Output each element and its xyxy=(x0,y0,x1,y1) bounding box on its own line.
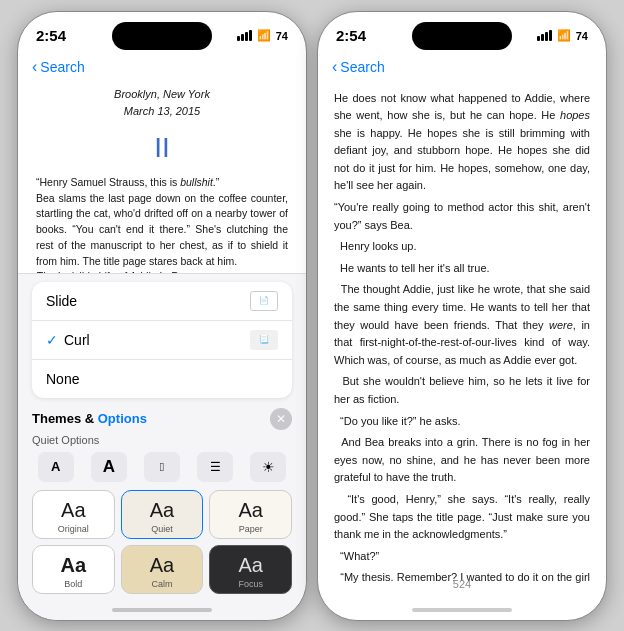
right-para-10: “What?” xyxy=(334,548,590,566)
theme-bold[interactable]: Aa Bold xyxy=(32,545,115,594)
theme-original-aa: Aa xyxy=(61,499,85,522)
font-decrease-button[interactable]: A xyxy=(38,452,74,482)
curl-icon: 📃 xyxy=(250,330,278,350)
close-button[interactable]: ✕ xyxy=(270,408,292,430)
nav-bar-right: ‹ Search xyxy=(318,56,606,80)
curl-label: Curl xyxy=(64,332,90,348)
book-content-right: He does not know what happened to Addie,… xyxy=(318,80,606,588)
time-left: 2:54 xyxy=(36,27,66,44)
theme-quiet-label: Quiet xyxy=(151,524,173,534)
chevron-left-icon: ‹ xyxy=(32,58,37,76)
back-button-left[interactable]: ‹ Search xyxy=(32,58,85,76)
font-style-button[interactable]: 󰀀 xyxy=(144,452,180,482)
theme-original[interactable]: Aa Original xyxy=(32,490,115,539)
checkmark-icon: ✓ xyxy=(46,332,58,348)
home-indicator-left xyxy=(112,608,212,612)
theme-focus-aa: Aa xyxy=(238,554,262,577)
left-phone: 2:54 📶 74 ‹ Search Bro xyxy=(17,11,307,621)
dynamic-island xyxy=(112,22,212,50)
battery-right: 74 xyxy=(576,30,588,42)
nav-bar-left: ‹ Search xyxy=(18,56,306,80)
right-para-9: “It's good, Henry,” she says. “It's real… xyxy=(334,491,590,544)
status-icons-right: 📶 74 xyxy=(537,29,588,42)
theme-paper-label: Paper xyxy=(239,524,263,534)
right-para-8: And Bea breaks into a grin. There is no … xyxy=(334,434,590,487)
slide-option-slide[interactable]: Slide 📄 xyxy=(32,282,292,321)
right-para-3: Henry looks up. xyxy=(334,238,590,256)
wifi-icon-right: 📶 xyxy=(557,29,571,42)
theme-bold-aa: Aa xyxy=(61,554,87,577)
themes-title: Themes & Options xyxy=(32,411,147,426)
quiet-options-label: Quiet Options xyxy=(18,434,306,448)
none-label: None xyxy=(46,371,79,387)
back-label-left: Search xyxy=(40,59,84,75)
right-para-2: “You're really going to method actor thi… xyxy=(334,199,590,234)
slide-label: Slide xyxy=(46,293,77,309)
battery-left: 74 xyxy=(276,30,288,42)
theme-calm-label: Calm xyxy=(151,579,172,589)
page-number: 524 xyxy=(453,578,471,590)
brightness-button[interactable]: ☀ xyxy=(250,452,286,482)
time-right: 2:54 xyxy=(336,27,366,44)
right-para-5: The thought Addie, just like he wrote, t… xyxy=(334,281,590,369)
theme-paper-aa: Aa xyxy=(238,499,262,522)
font-increase-button[interactable]: A xyxy=(91,452,127,482)
dynamic-island-right xyxy=(412,22,512,50)
right-para-4: He wants to tell her it's all true. xyxy=(334,260,590,278)
right-para-6: But she wouldn't believe him, so he lets… xyxy=(334,373,590,408)
font-controls-row: A A 󰀀 ☰ ☀ xyxy=(18,448,306,486)
theme-paper[interactable]: Aa Paper xyxy=(209,490,292,539)
wifi-icon: 📶 xyxy=(257,29,271,42)
chapter-number: II xyxy=(36,126,288,169)
chevron-left-icon-right: ‹ xyxy=(332,58,337,76)
home-indicator-right xyxy=(412,608,512,612)
theme-focus-label: Focus xyxy=(238,579,263,589)
theme-focus[interactable]: Aa Focus xyxy=(209,545,292,594)
right-phone: 2:54 📶 74 ‹ Search He does not xyxy=(317,11,607,621)
none-icon xyxy=(250,369,278,389)
slide-option-curl[interactable]: ✓ Curl 📃 xyxy=(32,321,292,360)
back-button-right[interactable]: ‹ Search xyxy=(332,58,385,76)
book-header: Brooklyn, New YorkMarch 13, 2015 xyxy=(36,86,288,120)
slide-option-none[interactable]: None xyxy=(32,360,292,398)
status-icons-left: 📶 74 xyxy=(237,29,288,42)
right-para-1: He does not know what happened to Addie,… xyxy=(334,90,590,196)
theme-bold-label: Bold xyxy=(64,579,82,589)
right-para-7: “Do you like it?” he asks. xyxy=(334,413,590,431)
signal-icon-right xyxy=(537,30,552,41)
theme-calm-aa: Aa xyxy=(150,554,174,577)
theme-calm[interactable]: Aa Calm xyxy=(121,545,204,594)
theme-original-label: Original xyxy=(58,524,89,534)
theme-quiet[interactable]: Aa Quiet xyxy=(121,490,204,539)
slide-icon: 📄 xyxy=(250,291,278,311)
slide-options-menu: Slide 📄 ✓ Curl 📃 None xyxy=(32,282,292,398)
font-list-button[interactable]: ☰ xyxy=(197,452,233,482)
theme-grid: Aa Original Aa Quiet Aa Paper Aa Bold Aa xyxy=(18,486,306,600)
phones-container: 2:54 📶 74 ‹ Search Bro xyxy=(7,1,617,631)
theme-quiet-aa: Aa xyxy=(150,499,174,522)
book-content-left: Brooklyn, New YorkMarch 13, 2015 II “Hen… xyxy=(18,80,306,300)
bottom-panel: Slide 📄 ✓ Curl 📃 None xyxy=(18,273,306,620)
themes-header: Themes & Options ✕ xyxy=(18,404,306,434)
signal-icon xyxy=(237,30,252,41)
back-label-right: Search xyxy=(340,59,384,75)
